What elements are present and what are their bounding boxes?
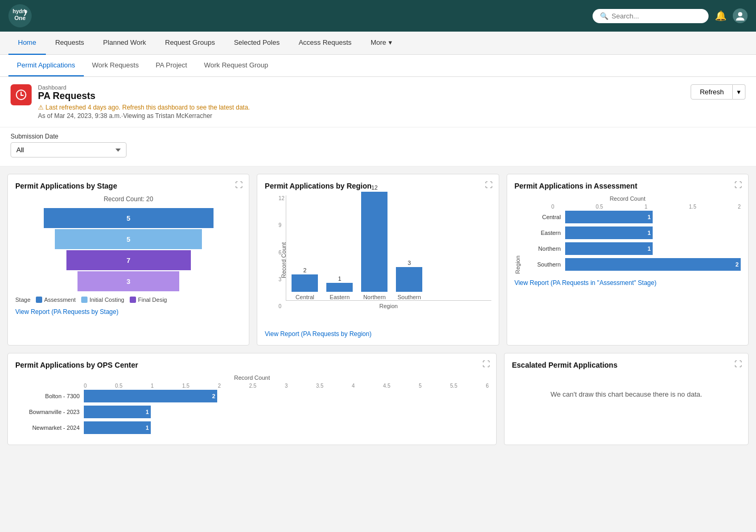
view-report-assessment[interactable]: View Report (PA Requests in "Assessment"… [515, 279, 657, 287]
assessment-bars: Central 1 Eastern 1 Northern 1 [523, 211, 741, 274]
nav-item-access-requests[interactable]: Access Requests [289, 32, 361, 55]
hbar-row-bolton: Bolton - 7300 2 [15, 390, 489, 402]
dashboard-label: Dashboard [38, 84, 250, 91]
funnel-chart: 5 5 7 3 [15, 208, 241, 291]
ops-x-ticks: 00.511.522.533.544.555.56 [15, 383, 489, 389]
funnel-bar-2: 7 [66, 250, 191, 270]
hbar-label-southern: Southern [523, 261, 565, 268]
logo-area: hydro One [8, 4, 593, 27]
search-input[interactable] [612, 12, 701, 20]
user-avatar[interactable] [733, 8, 748, 23]
vbar-eastern: 1 Eastern [326, 275, 353, 300]
hbar-row-northern: Northern 1 [523, 242, 741, 255]
hbar-row-eastern: Eastern 1 [523, 226, 741, 239]
hbar-label-northern: Northern [523, 245, 565, 252]
legend-final-design: Final Desig [130, 297, 167, 303]
hbar-row-central: Central 1 [523, 211, 741, 223]
view-report-stage[interactable]: View Report (PA Requests by Stage) [15, 308, 119, 316]
hbar-fill-bolton: 2 [84, 390, 217, 402]
nav-item-more[interactable]: More ▾ [361, 32, 402, 55]
expand-icon-region[interactable]: ⛶ [485, 181, 492, 189]
dashboard-title: PA Requests [38, 91, 250, 102]
dashboard-header: Dashboard PA Requests ⚠ Last refreshed 4… [0, 77, 756, 127]
top-nav: hydro One 🔍 🔔 [0, 0, 756, 32]
svg-text:One: One [14, 15, 25, 21]
nav-item-request-groups[interactable]: Request Groups [156, 32, 225, 55]
refresh-btn-group: Refresh ▾ [691, 84, 745, 100]
chart-by-stage-title: Permit Applications by Stage [15, 182, 241, 190]
refresh-button[interactable]: Refresh [691, 84, 733, 100]
dashboard-info: Dashboard PA Requests ⚠ Last refreshed 4… [38, 84, 250, 120]
expand-icon-escalated[interactable]: ⛶ [734, 360, 742, 368]
hbar-label-eastern: Eastern [523, 230, 565, 236]
legend-assessment: Assessment [36, 297, 76, 303]
no-data-message: We can't draw this chart because there i… [512, 375, 741, 414]
search-box[interactable]: 🔍 [593, 9, 709, 23]
vbar-fill-southern [396, 267, 422, 292]
dashboard-icon [11, 84, 32, 105]
chart-in-assessment: Permit Applications in Assessment ⛶ Reco… [507, 174, 749, 346]
expand-icon-stage[interactable]: ⛶ [235, 181, 243, 189]
tab-permit-applications[interactable]: Permit Applications [8, 55, 84, 76]
tab-work-request-group[interactable]: Work Request Group [196, 55, 277, 76]
chart-by-region: Permit Applications by Region ⛶ Record C… [257, 174, 499, 346]
legend-dot-assessment [36, 297, 42, 303]
vbar-central: 2 Central [292, 267, 318, 300]
vbar-fill-eastern [326, 283, 353, 292]
region-x-axis-label: Region [286, 303, 491, 309]
hbar-label-bowmanville: Bowmanville - 2023 [15, 409, 84, 415]
expand-icon-ops[interactable]: ⛶ [482, 360, 490, 368]
legend-label: Stage [15, 297, 31, 303]
notification-icon[interactable]: 🔔 [715, 10, 726, 22]
hbar-track-eastern: 1 [565, 226, 741, 239]
hbar-label-bolton: Bolton - 7300 [15, 393, 84, 399]
legend-text-final: Final Desig [138, 297, 167, 303]
assessment-axis-top: Record Count [515, 195, 741, 202]
vbar-fill-northern [361, 192, 387, 292]
assessment-x-ticks: 00.511.52 [515, 204, 741, 210]
nav-item-planned-work[interactable]: Planned Work [94, 32, 156, 55]
funnel-bar-0: 5 [44, 208, 214, 228]
hbar-fill-bowmanville: 1 [84, 406, 151, 418]
hbar-row-newmarket: Newmarket - 2024 1 [15, 421, 489, 434]
hbar-track-bowmanville: 1 [84, 406, 489, 418]
view-report-region[interactable]: View Report (PA Requests by Region) [265, 330, 371, 338]
assessment-chart-area: Region Central 1 Eastern 1 Northern [515, 211, 741, 274]
dashboard-meta: As of Mar 24, 2023, 9:38 a.m.·Viewing as… [38, 112, 250, 120]
hbar-track-central: 1 [565, 211, 741, 223]
hbar-fill-northern: 1 [565, 242, 653, 255]
expand-icon-assessment[interactable]: ⛶ [734, 181, 742, 189]
legend-dot-final [130, 297, 136, 303]
stage-legend: Stage Assessment Initial Costing Final D… [15, 297, 241, 303]
nav-item-selected-poles[interactable]: Selected Poles [225, 32, 289, 55]
hbar-label-central: Central [523, 214, 565, 220]
tab-pa-project[interactable]: PA Project [147, 55, 196, 76]
submission-date-filter[interactable]: All [11, 142, 127, 157]
hbar-track-bolton: 2 [84, 390, 489, 402]
hbar-row-southern: Southern 2 [523, 258, 741, 271]
vbar-label-southern: Southern [398, 294, 421, 300]
vbar-fill-central [292, 274, 318, 292]
chart-escalated-title: Escalated Permit Applications [512, 361, 741, 369]
region-chart-area: Record Count 036912 2 Central 1 Eastern [265, 195, 491, 325]
nav-right: 🔍 🔔 [593, 8, 748, 23]
hbar-label-newmarket: Newmarket - 2024 [15, 425, 84, 431]
filter-row: Submission Date All [0, 127, 756, 166]
legend-text-initial: Initial Costing [90, 297, 124, 303]
chart-by-ops-title: Permit Applications by OPS Center [15, 361, 489, 369]
legend-text-assessment: Assessment [44, 297, 76, 303]
chart-by-ops: Permit Applications by OPS Center ⛶ Reco… [7, 353, 497, 445]
nav-item-home[interactable]: Home [8, 32, 46, 55]
vbar-northern: 12 Northern [361, 184, 387, 300]
tab-work-requests[interactable]: Work Requests [84, 55, 148, 76]
hbar-fill-central: 1 [565, 211, 653, 223]
hbar-fill-eastern: 1 [565, 226, 653, 239]
chart-escalated: Escalated Permit Applications ⛶ We can't… [504, 353, 749, 445]
nav-item-requests[interactable]: Requests [46, 32, 94, 55]
refresh-dropdown-button[interactable]: ▾ [733, 84, 745, 100]
legend-initial-costing: Initial Costing [81, 297, 124, 303]
hbar-track-southern: 2 [565, 258, 741, 271]
tab-bar: Permit Applications Work Requests PA Pro… [0, 55, 756, 77]
chart-in-assessment-title: Permit Applications in Assessment [515, 182, 741, 190]
secondary-nav: Home Requests Planned Work Request Group… [0, 32, 756, 55]
